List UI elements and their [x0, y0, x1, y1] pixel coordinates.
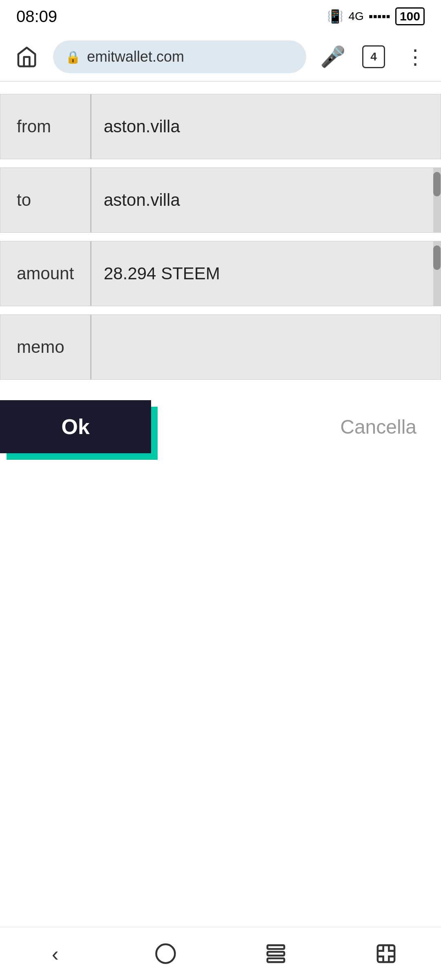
screenshot-icon: [375, 942, 397, 965]
scrollbar-thumb[interactable]: [433, 172, 441, 196]
recents-button[interactable]: [255, 933, 296, 974]
svg-point-0: [156, 944, 175, 963]
memo-label: memo: [0, 337, 90, 357]
status-icons: 📳 4G ▪▪▪▪▪ 100: [327, 7, 425, 25]
network-signal-icon: ▪▪▪▪▪: [369, 9, 390, 23]
vibrate-icon: 📳: [327, 9, 343, 24]
from-value: aston.villa: [91, 117, 441, 136]
mic-icon: 🎤: [320, 45, 345, 69]
action-row: Ok Cancella: [0, 388, 441, 466]
amount-value: 28.294 STEEM: [91, 264, 441, 283]
ok-button[interactable]: Ok: [0, 400, 151, 453]
status-time: 08:09: [16, 7, 57, 26]
amount-label: amount: [0, 264, 90, 283]
memo-row: memo: [0, 314, 441, 380]
svg-rect-4: [377, 945, 394, 962]
browser-chrome: 🔒 emitwallet.com 🎤 4 ⋮: [0, 33, 441, 82]
to-row: to aston.villa: [0, 167, 441, 233]
url-bar[interactable]: 🔒 emitwallet.com: [53, 40, 306, 73]
home-icon: [16, 46, 38, 68]
to-label: to: [0, 190, 90, 210]
url-text: emitwallet.com: [87, 48, 184, 65]
home-nav-button[interactable]: [145, 933, 186, 974]
memo-divider: [90, 315, 91, 379]
amount-scrollbar-thumb[interactable]: [433, 245, 441, 270]
from-row: from aston.villa: [0, 94, 441, 159]
battery-icon: 100: [395, 7, 425, 25]
back-icon: ‹: [52, 942, 59, 966]
status-bar: 08:09 📳 4G ▪▪▪▪▪ 100: [0, 0, 441, 33]
signal-icon: 4G: [348, 10, 363, 23]
home-nav-icon: [154, 942, 177, 965]
browser-menu-button[interactable]: ⋮: [400, 42, 429, 71]
recents-icon: [265, 942, 287, 965]
lock-icon: 🔒: [65, 50, 80, 64]
tab-switcher-button[interactable]: 4: [359, 42, 388, 71]
amount-row: amount 28.294 STEEM: [0, 241, 441, 306]
dots-icon: ⋮: [405, 47, 424, 67]
home-button[interactable]: [12, 42, 41, 71]
tab-count: 4: [362, 45, 385, 68]
back-button[interactable]: ‹: [35, 933, 76, 974]
microphone-button[interactable]: 🎤: [318, 42, 347, 71]
bottom-navigation: ‹: [0, 927, 441, 980]
svg-rect-2: [267, 952, 284, 956]
svg-rect-3: [267, 958, 284, 962]
amount-scrollbar-track: [433, 241, 441, 306]
cancel-button[interactable]: Cancella: [340, 416, 429, 438]
page-content: from aston.villa to aston.villa amount 2…: [0, 82, 441, 478]
scrollbar-track: [433, 168, 441, 232]
screenshot-button[interactable]: [365, 933, 406, 974]
svg-rect-1: [267, 945, 284, 949]
ok-button-container: Ok: [0, 400, 151, 453]
from-label: from: [0, 117, 90, 136]
to-value: aston.villa: [91, 190, 441, 210]
